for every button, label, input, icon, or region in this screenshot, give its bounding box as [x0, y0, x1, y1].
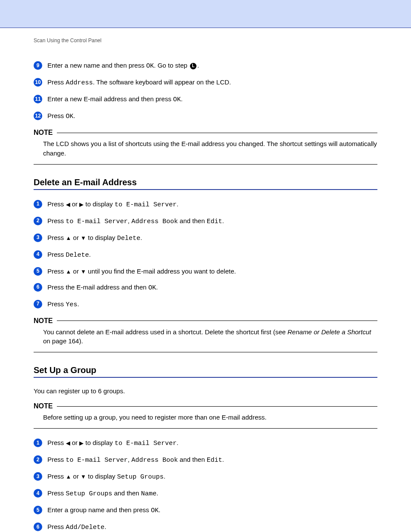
step-text: Enter a group name and then press OK. [47, 505, 377, 515]
step-bullet: 3 [34, 233, 42, 242]
step-bullet: 1 [34, 200, 42, 208]
step-1: 1 Press ◀ or ▶ to display to E-mail Serv… [34, 438, 377, 448]
step-ref-icon: L [190, 63, 196, 69]
down-arrow-icon: ▼ [81, 268, 86, 275]
down-arrow-icon: ▼ [81, 235, 86, 241]
step-text: Press the E-mail address and then OK. [47, 283, 377, 292]
section-heading-group: Set Up a Group [34, 365, 377, 375]
note-block-3: NOTE Before setting up a group, you need… [34, 402, 377, 429]
right-arrow-icon: ▶ [79, 201, 84, 208]
step-text: Press Delete. [47, 250, 377, 260]
step-6: 6 Press the E-mail address and then OK. [34, 283, 377, 292]
step-9: 9 Enter a new name and then press OK. Go… [34, 61, 377, 71]
step-text: Press ▲ or ▼ until you find the E-mail a… [47, 267, 377, 276]
step-bullet: 6 [34, 523, 42, 531]
step-text: Press Address. The software keyboard wil… [47, 78, 377, 87]
note-label: NOTE [34, 129, 53, 137]
note-label: NOTE [34, 402, 53, 410]
step-bullet: 7 [34, 300, 42, 308]
note-rule [57, 133, 377, 133]
note-citation: Rename or Delete a Shortcut [287, 328, 371, 336]
step-bullet: 5 [34, 506, 42, 514]
note-rule [57, 320, 377, 321]
steps-delete: 1 Press ◀ or ▶ to display to E-mail Serv… [34, 199, 377, 309]
steps-group: 1 Press ◀ or ▶ to display to E-mail Serv… [34, 438, 377, 532]
note-body: The LCD shows you a list of shortcuts us… [34, 139, 377, 165]
step-4: 4 Press Delete. [34, 250, 377, 260]
group-intro: You can register up to 6 groups. [34, 387, 377, 395]
up-arrow-icon: ▲ [66, 268, 72, 275]
section-rule [34, 377, 377, 378]
breadcrumb: Scan Using the Control Panel [34, 37, 377, 44]
step-bullet: 2 [34, 217, 42, 225]
up-arrow-icon: ▲ [66, 235, 72, 241]
step-12: 12 Press OK. [34, 111, 377, 121]
step-text: Press Yes. [47, 299, 377, 309]
step-bullet: 6 [34, 283, 42, 292]
step-10: 10 Press Address. The software keyboard … [34, 78, 377, 87]
step-text: Enter a new name and then press OK. Go t… [47, 61, 377, 71]
step-2: 2 Press to E-mail Server, Address Book a… [34, 455, 377, 465]
note-rule [57, 406, 377, 407]
step-text: Press OK. [47, 111, 377, 121]
step-bullet: 3 [34, 472, 42, 481]
step-bullet: 5 [34, 267, 42, 276]
step-text: Press to E-mail Server, Address Book and… [47, 216, 377, 226]
header-band [0, 0, 411, 28]
step-4: 4 Press Setup Groups and then Name. [34, 488, 377, 498]
note-body: You cannot delete an E-mail address used… [34, 327, 377, 353]
step-2: 2 Press to E-mail Server, Address Book a… [34, 216, 377, 226]
step-bullet: 1 [34, 439, 42, 447]
step-text: Enter a new E-mail address and then pres… [47, 94, 377, 104]
step-text: Press ▲ or ▼ to display Setup Groups. [47, 472, 377, 482]
step-text: Press ▲ or ▼ to display Delete. [47, 233, 377, 243]
section-rule [34, 189, 377, 190]
step-11: 11 Enter a new E-mail address and then p… [34, 94, 377, 104]
note-label: NOTE [34, 317, 53, 325]
step-text: Press Setup Groups and then Name. [47, 488, 377, 498]
page-content: Scan Using the Control Panel 6 9 Enter a… [0, 28, 411, 532]
step-6: 6 Press Add/Delete. [34, 522, 377, 532]
right-arrow-icon: ▶ [79, 440, 84, 446]
step-1: 1 Press ◀ or ▶ to display to E-mail Serv… [34, 199, 377, 209]
step-text: Press to E-mail Server, Address Book and… [47, 455, 377, 465]
left-arrow-icon: ◀ [66, 440, 70, 446]
step-7: 7 Press Yes. [34, 299, 377, 309]
step-bullet: 11 [34, 95, 42, 103]
step-bullet: 4 [34, 250, 42, 259]
steps-continued: 9 Enter a new name and then press OK. Go… [34, 61, 377, 121]
note-block-2: NOTE You cannot delete an E-mail address… [34, 317, 377, 353]
step-text: Press ◀ or ▶ to display to E-mail Server… [47, 199, 377, 209]
step-5: 5 Enter a group name and then press OK. [34, 505, 377, 515]
section-heading-delete: Delete an E-mail Address [34, 177, 377, 187]
down-arrow-icon: ▼ [81, 473, 86, 480]
step-text: Press Add/Delete. [47, 522, 377, 532]
step-bullet: 12 [34, 112, 42, 120]
step-5: 5 Press ▲ or ▼ until you find the E-mail… [34, 267, 377, 276]
step-bullet: 2 [34, 455, 42, 464]
left-arrow-icon: ◀ [66, 201, 70, 208]
step-bullet: 9 [34, 61, 42, 70]
step-bullet: 4 [34, 489, 42, 498]
step-text: Press ◀ or ▶ to display to E-mail Server… [47, 438, 377, 448]
up-arrow-icon: ▲ [66, 473, 72, 480]
note-block-1: NOTE The LCD shows you a list of shortcu… [34, 129, 377, 165]
step-3: 3 Press ▲ or ▼ to display Delete. [34, 233, 377, 243]
note-body: Before setting up a group, you need to r… [34, 413, 377, 429]
step-bullet: 10 [34, 78, 42, 87]
step-3: 3 Press ▲ or ▼ to display Setup Groups. [34, 472, 377, 482]
